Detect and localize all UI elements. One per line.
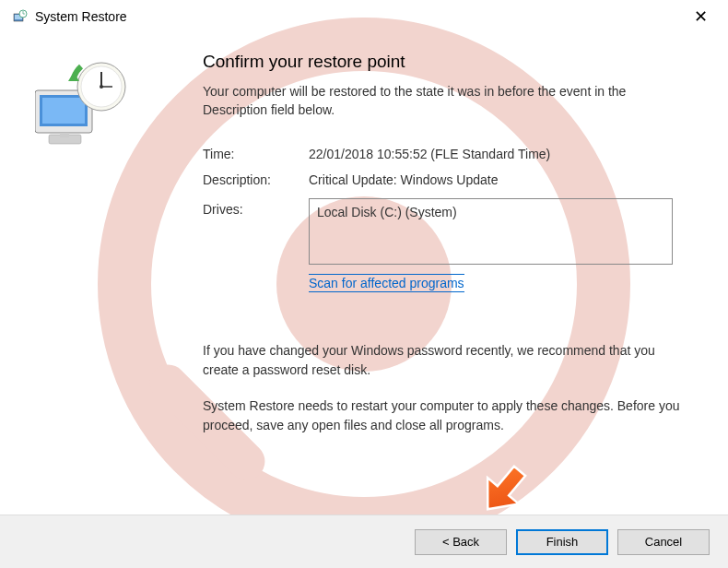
left-panel (18, 52, 203, 452)
close-icon[interactable]: ✕ (683, 6, 719, 27)
finish-button[interactable]: Finish (516, 529, 608, 555)
svg-rect-8 (42, 98, 85, 124)
drive-item: Local Disk (C:) (System) (317, 205, 457, 219)
password-info-text: If you have changed your Windows passwor… (203, 341, 691, 380)
window-titlebar: System Restore ✕ (0, 0, 728, 33)
window-title: System Restore (35, 9, 683, 24)
description-row: Description: Critical Update: Windows Up… (203, 172, 691, 187)
footer-buttons: < Back Finish Cancel (0, 515, 728, 568)
time-row: Time: 22/01/2018 10:55:52 (FLE Standard … (203, 147, 691, 161)
scan-link-row: Scan for affected programs (309, 276, 691, 290)
time-value: 22/01/2018 10:55:52 (FLE Standard Time) (309, 147, 550, 161)
scan-affected-programs-link[interactable]: Scan for affected programs (309, 274, 464, 292)
page-title: Confirm your restore point (203, 52, 691, 72)
description-value: Critical Update: Windows Update (309, 172, 498, 187)
right-panel: Confirm your restore point Your computer… (203, 52, 700, 452)
page-subtitle: Your computer will be restored to the st… (203, 83, 691, 119)
restart-info-text: System Restore needs to restart your com… (203, 396, 691, 435)
description-label: Description: (203, 172, 309, 187)
content-area: Confirm your restore point Your computer… (0, 33, 728, 452)
time-label: Time: (203, 147, 309, 161)
drives-label: Drives: (203, 198, 309, 217)
svg-point-15 (100, 85, 103, 89)
app-icon (13, 9, 28, 24)
cancel-button[interactable]: Cancel (617, 529, 710, 555)
drives-list: Local Disk (C:) (System) (309, 198, 673, 265)
restore-illustration-icon (35, 61, 132, 148)
svg-rect-10 (60, 133, 69, 137)
back-button[interactable]: < Back (415, 529, 507, 555)
drives-row: Drives: Local Disk (C:) (System) (203, 198, 691, 265)
